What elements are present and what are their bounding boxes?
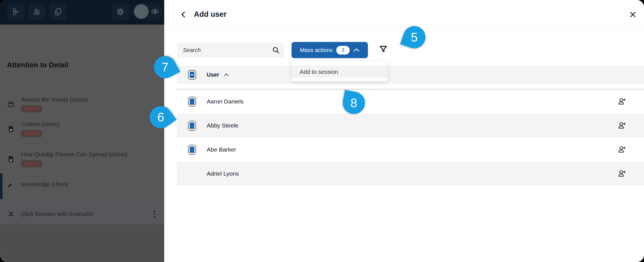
kebab-menu-icon[interactable] bbox=[154, 205, 155, 218]
sidebar-item-label: Q&A Session with Instructor bbox=[21, 211, 94, 217]
search-box bbox=[177, 43, 284, 58]
user-plus-icon bbox=[618, 97, 626, 106]
close-button[interactable] bbox=[629, 11, 636, 18]
row-checkbox[interactable] bbox=[188, 145, 196, 155]
add-user-button[interactable] bbox=[618, 97, 626, 106]
exit-icon bbox=[12, 8, 20, 16]
user-name: Abby Steele bbox=[207, 122, 238, 129]
document-icon bbox=[7, 155, 15, 163]
sidebar-item-knowledge-check[interactable]: Knowledge Check bbox=[0, 174, 164, 194]
drawer-header: Add user bbox=[164, 0, 644, 30]
sidebar-item-qa-session[interactable]: Q&A Session with Instructor bbox=[0, 198, 164, 224]
search-icon bbox=[272, 46, 280, 54]
user-name: Aaron Daniels bbox=[207, 98, 244, 105]
mass-actions-button[interactable]: Mass actions 3 bbox=[292, 42, 368, 58]
add-user-button[interactable] bbox=[618, 145, 626, 154]
table-row[interactable]: Abe Barker bbox=[177, 138, 644, 162]
filter-funnel-icon bbox=[379, 45, 388, 54]
sidebar-dimmed: Attention to Detail Assess the Needs (cl… bbox=[0, 0, 164, 262]
avatar bbox=[134, 4, 149, 19]
search-input[interactable] bbox=[177, 43, 284, 58]
dropdown-item-add-to-session[interactable]: Add to session bbox=[292, 66, 387, 78]
select-all-checkbox[interactable] bbox=[188, 70, 196, 80]
mass-actions-count-badge: 3 bbox=[336, 46, 350, 55]
drawer-title: Add user bbox=[194, 10, 227, 19]
draft-badge: DRAFT bbox=[21, 130, 42, 137]
sidebar-item-label: Culture (clone) bbox=[21, 121, 60, 128]
chevron-up-icon bbox=[353, 48, 359, 52]
back-button[interactable] bbox=[180, 11, 187, 18]
row-checkbox[interactable] bbox=[188, 97, 196, 107]
close-icon bbox=[629, 11, 636, 18]
sidebar-item-label: Knowledge Check bbox=[21, 181, 68, 188]
users-button[interactable] bbox=[28, 3, 46, 20]
add-user-button[interactable] bbox=[618, 169, 626, 178]
sort-ascending-icon[interactable] bbox=[224, 73, 229, 76]
sidebar-item-how-quickly-flames[interactable]: How Quickly Flames Can Spread (clone) DR… bbox=[0, 144, 164, 174]
mass-actions-dropdown: Add to session bbox=[292, 61, 388, 81]
sidebar-item-culture[interactable]: Culture (clone) DRAFT bbox=[0, 114, 164, 144]
user-name: Adriel Lyons bbox=[207, 170, 239, 177]
table-row[interactable]: Adriel Lyons bbox=[177, 162, 644, 186]
row-checkbox[interactable] bbox=[188, 121, 196, 131]
course-title: Attention to Detail bbox=[7, 61, 68, 69]
pencil-icon bbox=[7, 181, 15, 188]
chevron-left-icon bbox=[180, 11, 187, 18]
exit-session-button[interactable] bbox=[7, 3, 25, 20]
user-plus-icon bbox=[618, 121, 626, 130]
mass-actions-label: Mass actions bbox=[300, 47, 333, 53]
table-row[interactable]: Aaron Daniels bbox=[177, 89, 644, 114]
app-window: Attention to Detail Assess the Needs (cl… bbox=[0, 0, 644, 262]
course-outline: Attention to Detail Assess the Needs (cl… bbox=[0, 25, 164, 199]
table-row[interactable]: Abby Steele bbox=[177, 114, 644, 138]
settings-button[interactable] bbox=[112, 3, 129, 20]
sidebar-item-label: How Quickly Flames Can Spread (clone) bbox=[21, 151, 127, 158]
profile-preview-pill[interactable] bbox=[133, 3, 163, 20]
user-column-header[interactable]: User bbox=[207, 72, 219, 78]
selected-item-indicator bbox=[0, 173, 3, 199]
document-icon bbox=[7, 125, 15, 133]
checkbox-placeholder bbox=[188, 169, 196, 179]
gear-icon bbox=[116, 8, 124, 16]
sidebar-item-label: Assess the Needs (clone) bbox=[21, 96, 88, 103]
preview-eye-icon bbox=[151, 7, 159, 16]
copy-button[interactable] bbox=[49, 3, 67, 20]
user-rows: Aaron Daniels Abby Steele Abe Barker bbox=[177, 89, 644, 186]
box-icon bbox=[7, 101, 15, 108]
copy-icon bbox=[54, 8, 62, 16]
table-header: User bbox=[177, 66, 644, 84]
draft-badge: DRAFT bbox=[21, 160, 42, 167]
top-toolbar bbox=[0, 0, 164, 25]
add-user-button[interactable] bbox=[618, 121, 626, 130]
user-plus-icon bbox=[618, 145, 626, 154]
presentation-icon bbox=[7, 210, 15, 218]
user-name: Abe Barker bbox=[207, 146, 236, 153]
draft-badge: DRAFT bbox=[21, 105, 42, 112]
user-plus-icon bbox=[618, 169, 626, 178]
filter-button[interactable] bbox=[379, 45, 388, 54]
users-icon bbox=[33, 8, 41, 16]
